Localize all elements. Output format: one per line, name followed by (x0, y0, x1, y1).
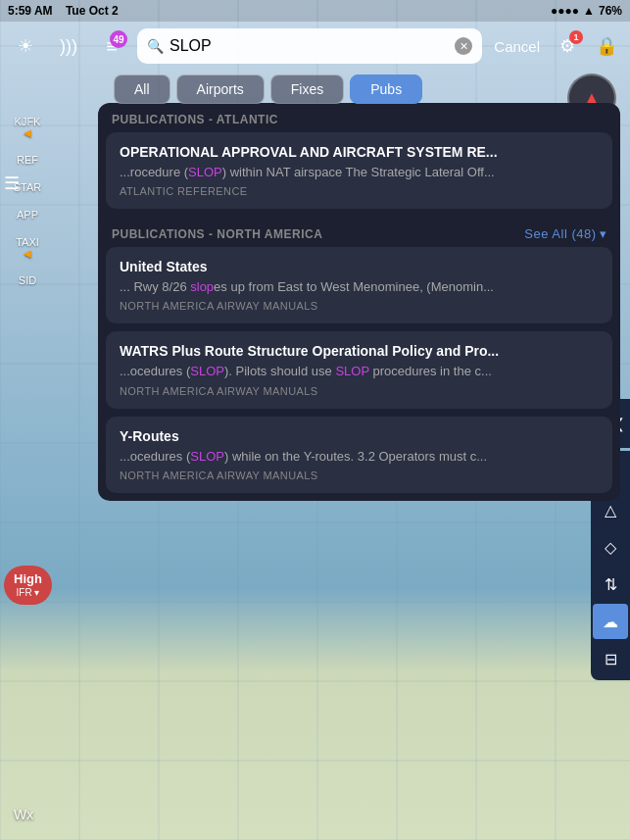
result-source-0: Atlantic Reference (120, 185, 599, 197)
settings-button[interactable]: ⚙ 1 (552, 30, 583, 62)
tab-pubs[interactable]: Pubs (350, 74, 422, 104)
result-source-2: NORTH AMERICA AIRWAY MANUALS (120, 385, 599, 397)
search-input[interactable] (170, 37, 449, 55)
date-display: Tue Oct 2 (66, 4, 119, 18)
sidebar-label-app: APP (17, 209, 38, 221)
layers-button[interactable]: ☰ (4, 173, 20, 194)
sidebar-dot-taxi: ◀ (24, 248, 31, 259)
lock-icon: 🔒 (596, 35, 617, 57)
sidebar-label-sid: SID (19, 274, 36, 286)
result-title-2: WATRS Plus Route Structure Operational P… (120, 343, 599, 359)
result-source-3: NORTH AMERICA AIRWAY MANUALS (120, 469, 599, 481)
result-item-1[interactable]: United States ... Rwy 8/26 slopes up fro… (106, 247, 612, 323)
result-snippet-0: ...rocedure (SLOP) within NAT airspace T… (120, 164, 599, 181)
result-title-1: United States (120, 259, 599, 274)
wifi-icon: ▲ (583, 4, 595, 18)
result-item-3[interactable]: Y-Routes ...ocedures (SLOP) while on the… (106, 417, 612, 493)
notification-count: 49 (113, 34, 123, 45)
result-source-1: NORTH AMERICA AIRWAY MANUALS (120, 300, 599, 312)
diamond-icon: ◇ (605, 538, 616, 557)
ifr-badge[interactable]: High IFR ▾ (4, 566, 52, 605)
search-clear-button[interactable]: ✕ (455, 37, 472, 55)
see-all-button[interactable]: See All (48) ▾ (524, 226, 606, 241)
status-time: 5:59 AM Tue Oct 2 (8, 4, 119, 18)
status-right-group: ●●●● ▲ 76% (551, 4, 622, 18)
signal-icon: ●●●● (551, 4, 579, 18)
chevron-down-icon: ▾ (600, 226, 607, 241)
section-title-north-america: PUBLICATIONS - NORTH AMERICA (112, 227, 322, 241)
section-title-atlantic: PUBLICATIONS - ATLANTIC (112, 113, 278, 126)
ifr-main-label: High (14, 571, 42, 587)
sidebar-item-kjfk[interactable]: KJFK ◀ (4, 108, 51, 146)
sliders-tool-button[interactable]: ⇅ (593, 567, 628, 602)
result-item-2[interactable]: WATRS Plus Route Structure Operational P… (106, 331, 612, 408)
cancel-label: Cancel (494, 38, 540, 55)
search-bar[interactable]: 🔍 ✕ (137, 28, 482, 64)
results-panel: PUBLICATIONS - ATLANTIC OPERATIONAL APPR… (98, 103, 620, 501)
sun-icon: ☀ (18, 35, 33, 57)
sidebar-item-taxi[interactable]: TAXI ◀ (4, 228, 51, 267)
result-snippet-1: ... Rwy 8/26 slopes up from East to West… (120, 278, 599, 296)
filter-tabs: All Airports Fixes Pubs (98, 71, 630, 108)
result-snippet-3: ...ocedures (SLOP) while on the Y-routes… (120, 448, 599, 466)
lock-button[interactable]: 🔒 (591, 30, 622, 62)
search-icon: 🔍 (147, 38, 164, 54)
sidebar-item-sid[interactable]: SID (4, 267, 51, 294)
cloud-tool-button[interactable]: ☁ (593, 604, 628, 639)
left-sidebar: ☰ KJFK ◀ REF STAR APP TAXI ◀ SID (0, 71, 55, 840)
tab-airports[interactable]: Airports (176, 74, 265, 104)
see-all-label: See All (48) (524, 226, 596, 241)
result-title-0: OPERATIONAL APPROVAL AND AIRCRAFT SYSTEM… (120, 144, 599, 160)
settings-badge: 1 (569, 30, 583, 44)
top-bar: ☀ ))) ≡ 49 🔍 ✕ Cancel ⚙ 1 🔒 (0, 22, 630, 71)
sidebar-items-group: KJFK ◀ REF STAR APP TAXI ◀ SID (4, 108, 51, 294)
status-bar: 5:59 AM Tue Oct 2 ●●●● ▲ 76% (0, 0, 630, 22)
triangle-icon: △ (605, 501, 616, 519)
sidebar-label-kjfk: KJFK (15, 116, 41, 127)
notification-button[interactable]: ≡ 49 (94, 28, 129, 64)
sidebar-dot-kjfk: ◀ (24, 127, 31, 138)
signal-button[interactable]: ))) (51, 28, 86, 64)
extra-icon: ⊟ (605, 650, 617, 668)
sidebar-item-app[interactable]: APP (4, 201, 51, 228)
tab-all[interactable]: All (114, 74, 170, 104)
notification-badge: 49 (110, 30, 127, 48)
battery-display: 76% (599, 4, 622, 18)
sun-icon-button[interactable]: ☀ (8, 28, 43, 64)
cloud-icon: ☁ (603, 613, 618, 631)
sidebar-label-ref: REF (17, 154, 38, 166)
tab-fixes[interactable]: Fixes (270, 74, 344, 104)
result-title-3: Y-Routes (120, 428, 599, 444)
ifr-sub-label: IFR ▾ (17, 587, 40, 599)
result-item-0[interactable]: OPERATIONAL APPROVAL AND AIRCRAFT SYSTEM… (106, 132, 612, 209)
layers-icon: ☰ (4, 173, 20, 193)
sliders-icon: ⇅ (605, 575, 617, 594)
cancel-button[interactable]: Cancel (490, 34, 544, 59)
diamond-tool-button[interactable]: ◇ (593, 529, 628, 565)
sidebar-item-ref[interactable]: REF (4, 146, 51, 173)
result-snippet-2: ...ocedures (SLOP). Pilots should use SL… (120, 363, 599, 380)
section-header-north-america: PUBLICATIONS - NORTH AMERICA See All (48… (98, 217, 620, 247)
extra-tool-button[interactable]: ⊟ (593, 641, 628, 676)
signal-waves-icon: ))) (60, 36, 77, 57)
sidebar-label-taxi: TAXI (16, 236, 39, 248)
time-display: 5:59 AM (8, 4, 53, 18)
wx-label[interactable]: Wx (14, 807, 33, 822)
